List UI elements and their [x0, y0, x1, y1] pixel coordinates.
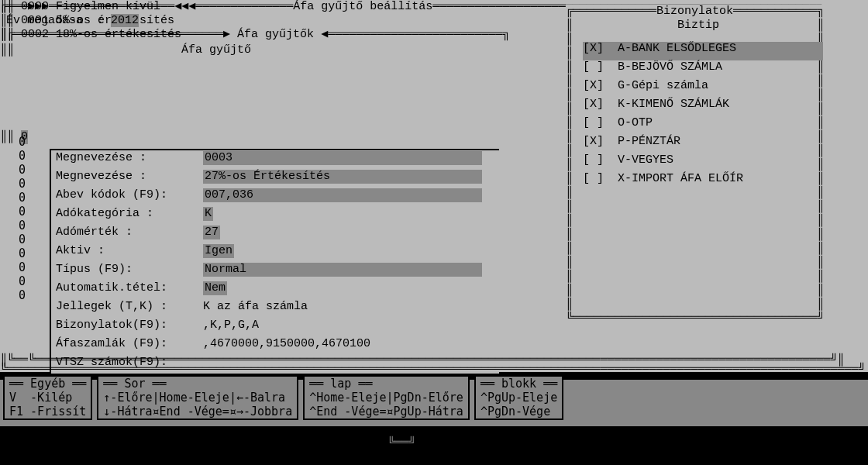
detail-row: Jellegek (T,K) : K az áfa számla	[51, 299, 499, 318]
zero-marker: 0	[19, 163, 26, 177]
detail-label: Aktiv :	[56, 244, 203, 258]
detail-value[interactable]: 0003	[203, 151, 482, 165]
detail-label: Jellegek (T,K) :	[56, 300, 203, 314]
help-box: ══ Egyéb ══ V -Kilép F1 -Frissít	[3, 375, 92, 420]
detail-row: Típus (F9): Normal	[51, 262, 499, 281]
zero-marker: 0	[19, 219, 26, 232]
help-box: ══ Sor ══ ↑-Előre|Home-Eleje|←-Balra ↓-H…	[97, 375, 298, 420]
detail-row: Bizonylatok(F9): ,K,P,G,A	[51, 318, 499, 336]
detail-label: Áfaszamlák (F9):	[56, 337, 203, 351]
zero-marker: 0	[19, 246, 26, 260]
biz-item[interactable]: [X] A-BANK ELSŐDLEGES	[583, 42, 823, 60]
detail-value[interactable]: Normal	[203, 263, 482, 277]
detail-label: Bizonylatok(F9):	[56, 319, 203, 332]
zero-marker: 0	[19, 177, 26, 191]
zero-marker: 0	[19, 274, 26, 288]
year-label: Év megadása :	[6, 14, 111, 27]
main-area: ╔═══▶▶▶══════════════════◀◀◀════════════…	[0, 0, 868, 372]
detail-label: Megnevezése :	[56, 151, 203, 165]
detail-label: Adókategória :	[56, 207, 203, 221]
zero-marker: 0	[19, 205, 26, 219]
detail-label: Típus (F9):	[56, 263, 203, 277]
detail-form: Megnevezése : 0003Megnevezése : 27%-os É…	[50, 149, 499, 374]
detail-row: Automatik.tétel: Nem	[51, 281, 499, 299]
footer-bracket: ╚══╝	[388, 436, 415, 450]
help-box: ══ lap ══ ^Home-Eleje|PgDn-Előre ^End -V…	[303, 375, 470, 420]
detail-row: Megnevezése : 0003	[51, 150, 499, 169]
biz-item[interactable]: [ ] X-IMPORT ÁFA ELŐÍR	[583, 172, 823, 191]
detail-value[interactable]: Nem	[203, 281, 227, 295]
zero-marker: 0	[19, 149, 26, 163]
detail-row: Adómérték : 27	[51, 225, 499, 243]
detail-row: Abev kódok (F9): 007,036	[51, 188, 499, 206]
detail-label: Abev kódok (F9):	[56, 188, 203, 202]
list-border-top: ║╔══════════════════════════════▶ Áfa gy…	[0, 28, 509, 42]
detail-value[interactable]: ,4670000,9150000,4670100	[203, 337, 370, 351]
detail-value[interactable]: ,K,P,G,A	[203, 319, 259, 332]
biz-item[interactable]: [X] P-PÉNZTÁR	[583, 135, 823, 153]
detail-value[interactable]: Igen	[203, 244, 234, 258]
biz-item[interactable]: [ ] V-VEGYES	[583, 153, 823, 172]
detail-label: Adómérték :	[56, 226, 203, 239]
list-subtitle-row: ║║ Áfa gyűjtő	[0, 43, 251, 57]
detail-value[interactable]: 007,036	[203, 188, 482, 202]
zeros-column: 000000000000	[19, 135, 26, 302]
zero-marker: 0	[19, 288, 26, 302]
detail-row: Megnevezése : 27%-os Értékesítés	[51, 169, 499, 188]
detail-value[interactable]: 27	[203, 226, 220, 239]
biz-item[interactable]: [X] K-KIMENŐ SZÁMLÁK	[583, 98, 823, 116]
zero-marker: 0	[19, 135, 26, 149]
detail-label: Megnevezése :	[56, 170, 203, 184]
detail-row: Adókategória : K	[51, 206, 499, 225]
detail-value[interactable]: K	[203, 207, 213, 221]
biz-list[interactable]: [X] A-BANK ELSŐDLEGES[ ] B-BEJÖVŐ SZÁMLA…	[583, 42, 823, 191]
detail-row: Áfaszamlák (F9): ,4670000,9150000,467010…	[51, 336, 499, 355]
bizonylatok-panel: ╔════════════Bizonylatok════════════╗ ║ …	[566, 5, 845, 326]
help-bar: ══ Egyéb ══ V -Kilép F1 -Frissít══ Sor ═…	[0, 380, 868, 426]
detail-row: Aktiv : Igen	[51, 243, 499, 262]
zero-marker: 0	[19, 260, 26, 274]
biz-item[interactable]: [X] G-Gépi számla	[583, 79, 823, 98]
help-box: ══ blokk ══ ^PgUp-Eleje ^PgDn-Vége	[474, 375, 563, 420]
detail-value[interactable]: 27%-os Értékesítés	[203, 170, 482, 184]
biz-item[interactable]: [ ] B-BEJÖVŐ SZÁMLA	[583, 60, 823, 79]
year-row: Év megadása : 2012	[6, 14, 146, 28]
biz-item[interactable]: [ ] O-OTP	[583, 116, 823, 135]
zero-marker: 0	[19, 232, 26, 246]
detail-value[interactable]: K az áfa számla	[203, 300, 308, 314]
zero-marker: 0	[19, 191, 26, 205]
year-input[interactable]: 2012	[111, 14, 139, 27]
detail-label: Automatik.tétel:	[56, 281, 203, 295]
